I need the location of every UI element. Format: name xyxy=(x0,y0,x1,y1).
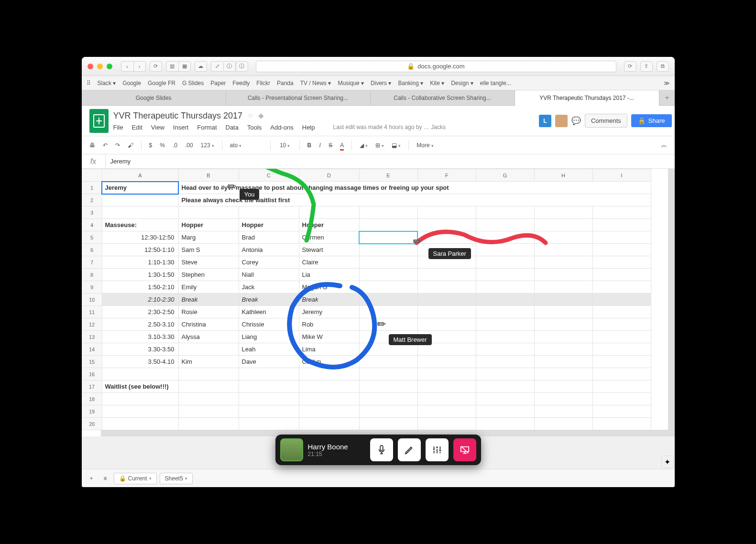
row-header[interactable]: 15 xyxy=(82,356,102,368)
decrease-decimal-button[interactable]: .0 xyxy=(170,140,180,151)
cell[interactable]: 1:50-2:10 xyxy=(102,281,178,294)
cell[interactable]: Leah xyxy=(239,343,299,356)
cell[interactable]: Jeremy xyxy=(299,306,359,318)
all-sheets-button[interactable]: ≡ xyxy=(101,473,110,484)
cell[interactable] xyxy=(359,393,417,405)
cell[interactable]: Jack xyxy=(239,281,299,294)
cell[interactable] xyxy=(476,306,534,318)
bookmark-item[interactable]: TV / News ▾ xyxy=(300,80,331,87)
cell[interactable]: 2.50-3.10 xyxy=(102,318,178,331)
cell[interactable]: 3.10-3.30 xyxy=(102,331,178,343)
cell[interactable] xyxy=(534,281,592,294)
row-header[interactable]: 17 xyxy=(82,381,102,393)
menu-item[interactable]: View xyxy=(151,124,164,131)
cell[interactable] xyxy=(417,368,476,381)
cell[interactable] xyxy=(102,405,178,418)
column-header[interactable]: H xyxy=(534,169,592,182)
cell[interactable] xyxy=(592,368,651,381)
cell[interactable] xyxy=(476,393,534,405)
row-header[interactable]: 6 xyxy=(82,244,102,256)
number-format-dropdown[interactable]: 123 xyxy=(198,140,217,151)
cell[interactable] xyxy=(417,256,476,269)
cell[interactable]: 1:30-1:50 xyxy=(102,269,178,281)
cell[interactable] xyxy=(359,356,417,368)
cell[interactable]: Caitlyn xyxy=(299,356,359,368)
cell[interactable]: Kathleen xyxy=(239,306,299,318)
toolbar-btn[interactable]: ⟳ xyxy=(150,61,162,72)
comments-button[interactable]: Comments xyxy=(585,114,627,128)
cell[interactable] xyxy=(534,356,592,368)
column-header[interactable]: C xyxy=(239,169,299,182)
cell[interactable] xyxy=(417,356,476,368)
row-header[interactable]: 13 xyxy=(82,331,102,343)
cell[interactable]: 12:30-12:50 xyxy=(102,231,178,244)
cell[interactable]: 2:10-2:30 xyxy=(102,294,178,306)
cell[interactable] xyxy=(359,418,417,430)
cell[interactable]: Hopper xyxy=(178,219,239,231)
paint-format-icon[interactable]: 🖌 xyxy=(125,140,136,151)
row-header[interactable]: 12 xyxy=(82,318,102,331)
cell[interactable] xyxy=(534,244,592,256)
bookmark-item[interactable]: Flickr xyxy=(256,80,270,87)
cell[interactable] xyxy=(178,418,239,430)
cell[interactable] xyxy=(359,294,417,306)
forward-button[interactable]: › xyxy=(133,61,146,72)
sheet-tab[interactable]: 🔒Current▾ xyxy=(114,473,157,484)
cell[interactable]: Masseuse: xyxy=(102,219,178,231)
cell[interactable] xyxy=(592,331,651,343)
cell[interactable] xyxy=(592,269,651,281)
cell[interactable] xyxy=(239,393,299,405)
cell[interactable]: Break xyxy=(239,294,299,306)
cell[interactable] xyxy=(592,281,651,294)
row-header[interactable]: 10 xyxy=(82,294,102,306)
cell[interactable] xyxy=(417,207,476,219)
cell[interactable] xyxy=(178,207,239,219)
row-header[interactable]: 18 xyxy=(82,393,102,405)
cell[interactable] xyxy=(534,393,592,405)
cell[interactable] xyxy=(102,418,178,430)
expand-button[interactable]: ⤢ xyxy=(211,61,223,72)
cell[interactable] xyxy=(476,269,534,281)
cell[interactable] xyxy=(417,294,476,306)
cell[interactable]: Hopper xyxy=(299,219,359,231)
cell[interactable] xyxy=(299,368,359,381)
sheet-tab[interactable]: Sheet5▾ xyxy=(160,473,193,484)
cell[interactable] xyxy=(359,405,417,418)
mute-button[interactable] xyxy=(370,438,393,461)
cell[interactable]: Brad xyxy=(239,231,299,244)
cell[interactable] xyxy=(476,418,534,430)
menu-item[interactable]: File xyxy=(113,124,123,131)
text-color-button[interactable]: A xyxy=(337,140,347,151)
share-osx-button[interactable]: ⇪ xyxy=(640,61,653,72)
italic-button[interactable]: I xyxy=(316,140,324,151)
cell[interactable] xyxy=(476,244,534,256)
cell[interactable]: Lia xyxy=(299,269,359,281)
cloud-icon[interactable]: ☁ xyxy=(195,61,207,72)
cell[interactable] xyxy=(417,269,476,281)
undo-icon[interactable]: ↶ xyxy=(100,140,110,151)
cell[interactable]: Chrissie xyxy=(239,318,299,331)
cell[interactable] xyxy=(592,244,651,256)
browser-tab[interactable]: Calls - Collaborative Screen Sharing... xyxy=(371,90,515,105)
cell[interactable] xyxy=(299,418,359,430)
collaborator-avatar[interactable] xyxy=(555,115,568,127)
cell[interactable] xyxy=(417,418,476,430)
cell[interactable] xyxy=(534,231,592,244)
strikethrough-button[interactable]: S xyxy=(326,140,335,151)
cell[interactable] xyxy=(359,318,417,331)
cell[interactable] xyxy=(417,381,476,393)
row-header[interactable]: 1 xyxy=(82,182,102,194)
column-header[interactable]: D xyxy=(299,169,359,182)
sheets-logo-icon[interactable] xyxy=(89,109,109,133)
cell[interactable]: 1:10-1:30 xyxy=(102,256,178,269)
cell[interactable] xyxy=(592,405,651,418)
cell[interactable]: Stewart xyxy=(299,244,359,256)
cell[interactable] xyxy=(359,219,417,231)
drive-icon[interactable]: ◆ xyxy=(258,111,264,120)
cell[interactable] xyxy=(534,269,592,281)
row-header[interactable]: 19 xyxy=(82,405,102,418)
cell[interactable]: 2:30-2:50 xyxy=(102,306,178,318)
cell[interactable]: Christina xyxy=(178,318,239,331)
cell[interactable] xyxy=(534,381,592,393)
cell[interactable] xyxy=(417,281,476,294)
